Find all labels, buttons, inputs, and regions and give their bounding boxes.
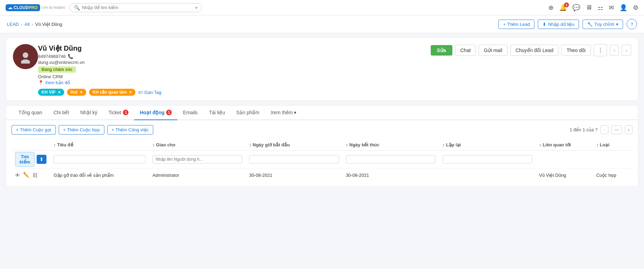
profile-actions: Sửa Chat Gửi mail Chuyển đổi Lead Theo d… <box>431 44 631 56</box>
view-button[interactable]: 👁 <box>15 172 20 178</box>
edit-button[interactable]: ✏️ <box>23 172 30 178</box>
tab-tai-lieu[interactable]: Tài liệu <box>203 106 230 120</box>
filter-lap-lai-cell <box>439 151 536 168</box>
add-icon[interactable]: ⊕ <box>548 4 554 12</box>
search-icon: 🔍 <box>74 5 80 10</box>
filter-tieu-de-input[interactable] <box>53 155 145 163</box>
filter-ngay-ket-thuc-input[interactable] <box>346 155 436 163</box>
activity-table: ↕ Tiêu đề ↕ Giao cho ↕ Ngày giờ bắt đầu … <box>12 139 632 182</box>
tab-chi-tiet[interactable]: Chi tiết <box>48 106 75 120</box>
sua-button[interactable]: Sửa <box>431 45 452 56</box>
browser-icon[interactable]: 🖥 <box>586 4 592 11</box>
activity-section: + Thêm Cuộc gọi + Thêm Cuộc họp + Thêm C… <box>6 120 638 187</box>
filter-loai-cell <box>593 151 632 168</box>
add-call-button[interactable]: + Thêm Cuộc gọi <box>12 125 56 134</box>
logo-text: CLOUDPRO <box>14 5 38 10</box>
row-actions: 👁 ✏️ ⛓ <box>15 172 46 178</box>
table-header-row: ↕ Tiêu đề ↕ Giao cho ↕ Ngày giờ bắt đầu … <box>12 139 632 151</box>
tabs-bar: Tổng quan Chi tiết Nhật ký Ticket 1 Hoạt… <box>6 106 638 120</box>
them-lead-button[interactable]: + Thêm Lead <box>498 20 534 29</box>
profile-company: Online CRM <box>38 74 431 79</box>
row-ngay-bat-dau: 30-08-2021 <box>246 168 342 182</box>
svg-point-0 <box>23 52 28 58</box>
filter-row: Tìm kiếm ⬆ <box>12 151 632 168</box>
filter-ngay-bat-dau-input[interactable] <box>249 155 339 163</box>
tab-ticket[interactable]: Ticket 1 <box>103 106 134 120</box>
add-tag-button[interactable]: 🏷 Gán Tag <box>138 90 161 95</box>
tab-tong-quan[interactable]: Tổng quan <box>13 106 48 120</box>
col-giao-cho-header[interactable]: ↕ Giao cho <box>149 139 246 151</box>
pagination-next[interactable]: › <box>625 125 632 134</box>
user-icon[interactable]: 👤 <box>620 4 627 12</box>
breadcrumb-all[interactable]: All <box>24 22 29 27</box>
tab-san-pham[interactable]: Sản phẩm <box>231 106 265 120</box>
col-lien-quan-toi-header[interactable]: ↕ Liên quan tới <box>536 139 593 151</box>
prev-record-button[interactable]: ‹ <box>610 45 619 56</box>
row-lap-lai <box>439 168 536 182</box>
filter-actions-cell: Tìm kiếm ⬆ <box>12 151 50 168</box>
tab-hoat-dong[interactable]: Hoạt động 1 <box>134 106 177 120</box>
map-pin-icon: 📍 <box>38 80 44 85</box>
profile-status-badge: Đang chăm sóc <box>38 66 431 74</box>
profile-name: Vũ Việt Dũng <box>38 44 431 52</box>
col-ngay-bat-dau-header[interactable]: ↕ Ngày giờ bắt đầu <box>246 139 342 151</box>
tag-kh-vip-remove[interactable]: ✕ <box>58 90 61 95</box>
breadcrumb-lead[interactable]: LEAD <box>7 22 19 27</box>
add-task-button[interactable]: + Thêm Công việc <box>107 125 153 134</box>
filter-giao-cho-input[interactable] <box>153 155 242 163</box>
chat-button[interactable]: Chat <box>455 45 476 56</box>
profile-card: Vũ Việt Dũng 84974969746 📞 dung.vu@onlin… <box>6 37 638 101</box>
tag-icon: 🏷 <box>138 90 143 95</box>
notification-icon[interactable]: 🔔 2 <box>559 4 567 12</box>
tuy-chinh-button[interactable]: 🔧 Tùy chỉnh ▾ <box>583 20 623 29</box>
search-bar: 🔍 ▾ <box>69 3 202 12</box>
chuyen-doi-lead-button[interactable]: Chuyển đổi Lead <box>510 45 558 56</box>
profile-card-inner: Vũ Việt Dũng 84974969746 📞 dung.vu@onlin… <box>13 44 631 96</box>
search-input[interactable] <box>82 5 193 10</box>
profile-map-link[interactable]: 📍 Xem bản đồ <box>38 80 431 85</box>
wrench-icon: 🔧 <box>587 22 593 27</box>
filter-lap-lai-input[interactable] <box>443 155 532 163</box>
col-tieu-de-header[interactable]: ↕ Tiêu đề <box>50 139 149 151</box>
col-loai-header[interactable]: ↕ Loại <box>593 139 632 151</box>
more-actions-button[interactable]: ⋮ <box>594 44 607 56</box>
help-button[interactable]: ? <box>627 19 637 29</box>
col-actions-header <box>12 139 50 151</box>
topnav: ☁ CLOUDPRO crm by leadpro 🔍 ▾ ⊕ 🔔 2 💬 🖥 … <box>0 0 644 15</box>
breadcrumb-actions: + Thêm Lead ⬇ Nhập dữ liệu 🔧 Tùy chỉnh ▾… <box>498 19 637 29</box>
filter-giao-cho-cell <box>149 151 246 168</box>
next-record-button[interactable]: › <box>622 45 631 56</box>
gui-mail-button[interactable]: Gửi mail <box>479 45 508 56</box>
pagination-more[interactable]: ⋯ <box>611 125 622 134</box>
tag-hot-remove[interactable]: ✕ <box>80 90 83 95</box>
settings-icon[interactable]: ⚙ <box>633 4 638 12</box>
tag-kh-can-quan-tam: KH cần quan tâm ✕ <box>89 89 135 96</box>
unlink-button[interactable]: ⛓ <box>32 172 38 178</box>
profile-phone: 84974969746 📞 <box>38 54 431 59</box>
col-ngay-ket-thuc-header[interactable]: ↕ Ngày kết thúc <box>342 139 439 151</box>
add-meeting-button[interactable]: + Thêm Cuộc họp <box>59 125 104 134</box>
pagination-info: 1 đến 1 của ? ‹ ⋯ › <box>570 125 632 134</box>
row-giao-cho: Administrator <box>149 168 246 182</box>
upload-button[interactable]: ⬆ <box>37 155 46 164</box>
tab-xem-them[interactable]: Xem thêm ▾ <box>265 106 302 120</box>
row-tieu-de: Gặp gỡ trao đổi về sản phẩm <box>50 168 149 182</box>
breadcrumb-current: Vũ Việt Dũng <box>35 22 62 27</box>
chat-icon[interactable]: 💬 <box>572 4 580 12</box>
col-lap-lai-header[interactable]: ↕ Lặp lại <box>439 139 536 151</box>
profile-email: dung.vu@onlinecrm.vn <box>38 60 431 65</box>
logo[interactable]: ☁ CLOUDPRO <box>6 4 40 11</box>
tag-kh-can-quan-tam-remove[interactable]: ✕ <box>129 90 132 95</box>
pagination-prev[interactable]: ‹ <box>600 125 608 134</box>
filter-ngay-ket-thuc-cell <box>342 151 439 168</box>
filter-tieu-de-cell <box>50 151 149 168</box>
tab-emails[interactable]: Emails <box>177 106 203 120</box>
nhap-du-lieu-button[interactable]: ⬇ Nhập dữ liệu <box>538 20 579 29</box>
row-loai: Cuộc họp <box>593 168 632 182</box>
breadcrumb-bar: LEAD › All › Vũ Việt Dũng + Thêm Lead ⬇ … <box>0 15 644 33</box>
theo-doi-button[interactable]: Theo dõi <box>561 45 591 56</box>
tab-nhat-ky[interactable]: Nhật ký <box>75 106 103 120</box>
grid-icon[interactable]: ⚏ <box>598 4 603 12</box>
mail-icon[interactable]: ✉ <box>609 4 614 12</box>
search-button[interactable]: Tìm kiếm <box>15 152 35 167</box>
